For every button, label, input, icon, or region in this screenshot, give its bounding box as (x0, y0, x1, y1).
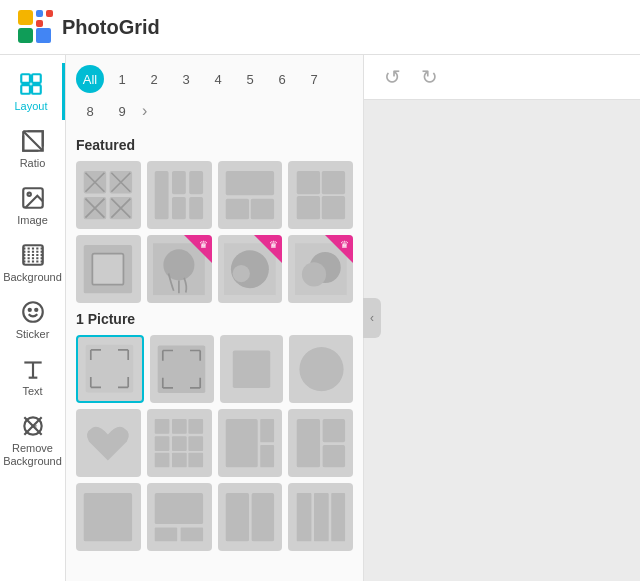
layout-thumb-1p1[interactable] (76, 335, 144, 403)
tab-2[interactable]: 2 (140, 65, 168, 93)
layout-thumb-f5[interactable] (76, 235, 141, 303)
svg-rect-50 (321, 196, 344, 219)
panel-collapse-handle[interactable]: ‹ (363, 298, 381, 338)
layout-f5-svg (82, 242, 134, 296)
svg-rect-93 (155, 452, 170, 467)
sidebar-item-text[interactable]: Text (0, 348, 65, 405)
main-area: Layout Ratio Image (0, 55, 640, 581)
tab-8[interactable]: 8 (76, 97, 104, 125)
layout-thumb-1p10[interactable] (147, 483, 212, 551)
layout-thumb-f3[interactable] (218, 161, 283, 229)
logo-icon (16, 8, 54, 46)
svg-rect-5 (46, 10, 53, 17)
layout-thumb-1p4[interactable] (289, 335, 353, 403)
svg-rect-91 (172, 436, 187, 451)
svg-rect-44 (226, 171, 274, 195)
sidebar-item-layout[interactable]: Layout (0, 63, 65, 120)
svg-rect-94 (172, 452, 187, 467)
layout-thumb-1p12[interactable] (288, 483, 353, 551)
svg-rect-48 (321, 171, 344, 194)
layout-1p5-svg (82, 416, 134, 470)
layout-1p8-svg (295, 416, 347, 470)
tab-1[interactable]: 1 (108, 65, 136, 93)
layout-thumb-1p8[interactable] (288, 409, 353, 477)
svg-rect-104 (155, 527, 177, 541)
layout-thumb-f7[interactable]: ♛ (218, 235, 283, 303)
tab-3[interactable]: 3 (172, 65, 200, 93)
layout-thumb-f8[interactable]: ♛ (288, 235, 353, 303)
svg-rect-109 (314, 493, 329, 541)
featured-row-1 (76, 161, 353, 229)
tab-4[interactable]: 4 (204, 65, 232, 93)
text-icon (20, 356, 46, 382)
premium-badge-f6: ♛ (184, 235, 212, 263)
sidebar-item-remove-bg-label: Remove Background (3, 442, 62, 468)
app-title: PhotoGrid (62, 16, 160, 39)
onepic-row-1 (76, 335, 353, 403)
layout-thumb-1p6[interactable] (147, 409, 212, 477)
svg-rect-90 (155, 436, 170, 451)
layout-1p1-svg (84, 343, 135, 394)
tab-all[interactable]: All (76, 65, 104, 93)
ratio-icon (20, 128, 46, 154)
layout-1p3-svg (226, 342, 277, 396)
svg-rect-76 (158, 345, 206, 393)
layout-thumb-1p5[interactable] (76, 409, 141, 477)
layout-thumb-f1[interactable] (76, 161, 141, 229)
sidebar-item-layout-label: Layout (14, 100, 47, 112)
undo-button[interactable]: ↺ (380, 61, 405, 93)
tab-row: All 1 2 3 4 5 6 7 8 9 › (76, 65, 353, 125)
layout-1p12-svg (295, 490, 347, 544)
svg-rect-67 (86, 345, 134, 393)
svg-rect-107 (252, 493, 274, 541)
layout-thumb-1p7[interactable] (218, 409, 283, 477)
layout-thumb-f6[interactable]: ♛ (147, 235, 212, 303)
sidebar: Layout Ratio Image (0, 55, 66, 581)
tab-6[interactable]: 6 (268, 65, 296, 93)
tab-next-arrow[interactable]: › (140, 102, 149, 120)
layout-thumb-f4[interactable] (288, 161, 353, 229)
layout-1p2-svg (156, 342, 207, 396)
svg-rect-42 (189, 171, 203, 194)
sidebar-item-text-label: Text (22, 385, 42, 397)
svg-rect-92 (189, 436, 204, 451)
sidebar-item-background-label: Background (3, 271, 62, 283)
sidebar-item-ratio[interactable]: Ratio (0, 120, 65, 177)
premium-badge-f7: ♛ (254, 235, 282, 263)
layout-thumb-f2[interactable] (147, 161, 212, 229)
sidebar-item-image[interactable]: Image (0, 177, 65, 234)
svg-rect-1 (18, 10, 33, 25)
svg-rect-40 (172, 171, 186, 194)
svg-rect-96 (226, 419, 258, 467)
onepic-row-3 (76, 483, 353, 551)
tab-7[interactable]: 7 (300, 65, 328, 93)
sidebar-item-sticker[interactable]: Sticker (0, 291, 65, 348)
layout-thumb-1p3[interactable] (220, 335, 284, 403)
layout-thumb-1p9[interactable] (76, 483, 141, 551)
layout-1p9-svg (82, 490, 134, 544)
layout-thumb-1p11[interactable] (218, 483, 283, 551)
tab-9[interactable]: 9 (108, 97, 136, 125)
svg-rect-101 (322, 445, 344, 467)
premium-badge-f8: ♛ (325, 235, 353, 263)
svg-rect-47 (296, 171, 319, 194)
svg-point-19 (23, 302, 43, 322)
image-icon (20, 185, 46, 211)
sidebar-item-remove-bg[interactable]: ✂ Remove Background (0, 405, 65, 476)
layout-thumb-1p2[interactable] (150, 335, 214, 403)
svg-rect-98 (260, 445, 274, 467)
svg-text:♛: ♛ (199, 239, 208, 250)
svg-rect-100 (322, 419, 344, 442)
sidebar-item-background[interactable]: Background (0, 234, 65, 291)
svg-rect-2 (18, 28, 33, 43)
redo-button[interactable]: ↻ (417, 61, 442, 93)
layout-f2-svg (153, 168, 205, 222)
svg-rect-49 (296, 196, 319, 219)
canvas-area: ↺ ↻ ‹ (364, 55, 640, 581)
tab-5[interactable]: 5 (236, 65, 264, 93)
svg-rect-95 (189, 452, 204, 467)
svg-rect-46 (251, 198, 274, 219)
svg-rect-99 (296, 419, 319, 467)
svg-rect-89 (189, 419, 204, 434)
canvas-content: ‹ (364, 100, 640, 581)
